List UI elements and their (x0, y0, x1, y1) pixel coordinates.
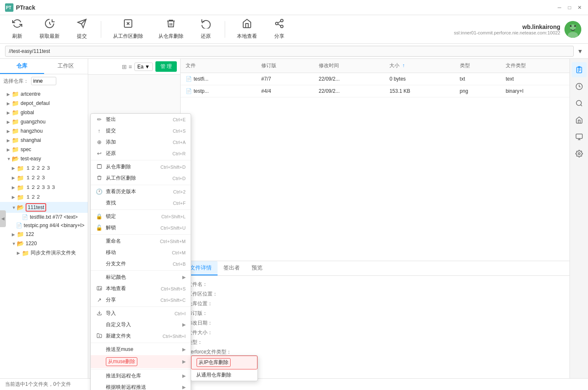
tree-item-guangzhou[interactable]: ▶ 📁 guangzhou (0, 117, 88, 126)
tree-item-spec[interactable]: ▶ 📁 spec (0, 145, 88, 154)
ctx-rename[interactable]: 重命名 Ctrl+Shift+M (91, 236, 191, 247)
submit-button[interactable]: 提交 (71, 17, 92, 42)
ctx-remove-ip-depot[interactable]: 从IP仓库删除 (191, 356, 257, 369)
toggle-icon[interactable]: ▶ (7, 138, 12, 143)
ctx-new-folder[interactable]: 新建文件夹 Ctrl+Shift+I (91, 330, 191, 342)
sidebar-home-icon[interactable] (572, 113, 587, 128)
tree-item-1223[interactable]: ▶ 📁 １２２３ (0, 173, 88, 183)
toggle-icon[interactable]: ▶ (12, 232, 17, 237)
toggle-icon[interactable]: ▶ (12, 195, 17, 199)
tab-preview[interactable]: 预览 (246, 261, 268, 275)
ctx-unlock[interactable]: 🔓 解锁 Ctrl+Shift+U (91, 222, 191, 233)
revert-label: 还原 (201, 33, 211, 40)
ctx-find[interactable]: 查找 Ctrl+F (91, 197, 191, 209)
toggle-icon[interactable]: ▶ (7, 101, 12, 106)
ctx-submit[interactable]: ↑ 提交 Ctrl+S (91, 125, 191, 136)
table-row[interactable]: 📄testp... #4/4 22/09/2... 153.1 KB png b… (181, 85, 570, 97)
sidebar-clipboard-icon[interactable] (572, 62, 587, 77)
ctx-share[interactable]: ↗ 分享 Ctrl+Shift+C (91, 294, 191, 306)
ctx-branch[interactable]: 分支文件 Ctrl+B (91, 258, 191, 270)
remove-workspace-button[interactable]: 从工作区删除 (110, 17, 147, 42)
tree-item-122[interactable]: ▶ 📁 １２２ (0, 192, 88, 202)
table-row[interactable]: 📄testfi... #7/7 22/09/2... 0 bytes txt t… (181, 73, 570, 85)
tree-item-122333[interactable]: ▶ 📁 １２２３３３ (0, 183, 88, 192)
tree-item-shanghai[interactable]: ▶ 📁 shanghai (0, 136, 88, 145)
tab-checkout-by[interactable]: 签出者 (218, 261, 246, 275)
tree-item-111test[interactable]: ▼ 📂 111test (0, 202, 88, 213)
revert-button[interactable]: 还原 (195, 17, 216, 42)
toggle-icon[interactable]: ▶ (7, 120, 12, 124)
sidebar-history-icon[interactable] (572, 79, 587, 94)
ctx-remove-general[interactable]: 从通用仓库删除 (191, 369, 257, 381)
tree-item-global[interactable]: ▶ 📁 global (0, 108, 88, 117)
minimize-button[interactable]: ─ (556, 4, 563, 11)
tree-item-artcentre[interactable]: ▶ 📁 artcentre (0, 89, 88, 99)
toggle-icon[interactable]: ▶ (12, 175, 17, 180)
toggle-icon[interactable]: ▶ (7, 147, 12, 152)
close-button[interactable]: ✕ (576, 4, 583, 11)
ctx-add[interactable]: ⊕ 添加 Ctrl+A (91, 136, 191, 148)
left-handle[interactable]: ◀ (0, 210, 6, 227)
ctx-remove-depot[interactable]: 从仓库删除 Ctrl+Shift+D (91, 161, 191, 173)
tree-item-1220[interactable]: ▼ 📂 1220 (0, 239, 88, 248)
remove-depot-button[interactable]: 从仓库删除 (155, 17, 187, 42)
toggle-icon[interactable]: ▶ (17, 251, 22, 255)
ctx-mark-color[interactable]: 标记颜色 ▶ (91, 272, 191, 283)
toggle-icon[interactable]: ▼ (12, 241, 17, 246)
item-label: guangzhou (21, 119, 45, 125)
sidebar-monitor-icon[interactable] (572, 129, 587, 144)
tree-item-sync-demo[interactable]: ▶ 📁 同步文件演示文件夹 (0, 248, 88, 258)
toggle-icon[interactable]: ▼ (12, 205, 17, 210)
manage-button[interactable]: 管 理 (155, 61, 177, 72)
tab-depot[interactable]: 仓库 (0, 59, 44, 74)
sidebar-settings-icon[interactable] (572, 146, 587, 161)
col-file[interactable]: 文件 (181, 59, 256, 73)
path-input[interactable] (5, 46, 574, 57)
toggle-icon[interactable]: ▶ (7, 110, 12, 115)
ea-dropdown[interactable]: Ea ▼ (134, 63, 153, 71)
path-dropdown-arrow[interactable]: ▼ (577, 48, 583, 55)
ctx-push-mapping[interactable]: 根据映射远程推送 ▶ (91, 382, 191, 390)
ctx-custom-import[interactable]: 自定义导入 ▶ (91, 319, 191, 330)
sidebar-search-icon[interactable] (572, 96, 587, 111)
toggle-icon[interactable]: ▶ (12, 166, 17, 170)
grid-view-icon[interactable]: ⊞ (122, 63, 127, 70)
ctx-revert[interactable]: ↩ 还原 Ctrl+R (91, 148, 191, 159)
ctx-remove-muse[interactable]: 从muse删除 ▶ 从IP仓库删除 从通用仓库删除 (91, 355, 191, 368)
col-type[interactable]: 类型 (455, 59, 501, 73)
ctx-push-muse[interactable]: 推送至muse ▶ (91, 344, 191, 355)
col-size[interactable]: 大小 ↑ (384, 59, 454, 73)
ctx-remove-workspace[interactable]: 从工作区删除 Ctrl+D (91, 173, 191, 184)
ctx-push-remote[interactable]: 推送到远程仓库 ▶ (91, 370, 191, 382)
col-modified[interactable]: 修改时间 (314, 59, 385, 73)
maximize-button[interactable]: □ (566, 4, 573, 11)
ctx-lock[interactable]: 🔒 锁定 Ctrl+Shift+L (91, 211, 191, 222)
ctx-history[interactable]: 🕐 查看历史版本 Ctrl+2 (91, 186, 191, 197)
fetch-button[interactable]: 获取最新 (36, 17, 63, 42)
refresh-button[interactable]: 刷新 (7, 17, 28, 42)
list-view-icon[interactable]: ≡ (129, 63, 132, 70)
tree-item-test-easy[interactable]: ▼ 📂 test-easy (0, 154, 88, 163)
tab-workspace[interactable]: 工作区 (44, 59, 88, 74)
avatar[interactable] (564, 21, 581, 38)
toggle-icon[interactable]: ▼ (7, 157, 12, 161)
tree-item-testfile[interactable]: 📄 testfile.txt #7/7 <text> (0, 213, 88, 221)
depot-select[interactable] (31, 77, 56, 85)
ctx-move[interactable]: 移动 Ctrl+M (91, 247, 191, 258)
tree-item-122b[interactable]: ▶ 📁 122 (0, 230, 88, 239)
ctx-view-local[interactable]: 本地查看 Ctrl+Shift+S (91, 283, 191, 294)
view-local-button[interactable]: 本地查看 (234, 17, 260, 42)
tree-item-hangzhou[interactable]: ▶ 📁 hangzhou (0, 126, 88, 136)
col-revision[interactable]: 修订版 (256, 59, 314, 73)
tree-item-12223[interactable]: ▶ 📁 １２２２３ (0, 163, 88, 173)
tree-item-testpic[interactable]: 📄 testpic.png #4/4 <binary+l> (0, 221, 88, 230)
share-button[interactable]: 分享 (269, 17, 290, 42)
col-filetype[interactable]: 文件类型 (501, 59, 570, 73)
refresh-icon (12, 18, 22, 31)
tree-item-depot-default[interactable]: ▶ 📁 depot_defaul (0, 99, 88, 108)
toggle-icon[interactable]: ▶ (12, 185, 17, 190)
toggle-icon[interactable]: ▶ (7, 92, 12, 97)
toggle-icon[interactable]: ▶ (7, 129, 12, 133)
ctx-import[interactable]: 导入 Ctrl+I (91, 308, 191, 319)
ctx-checkout[interactable]: ✏ 签出 Ctrl+E (91, 114, 191, 125)
